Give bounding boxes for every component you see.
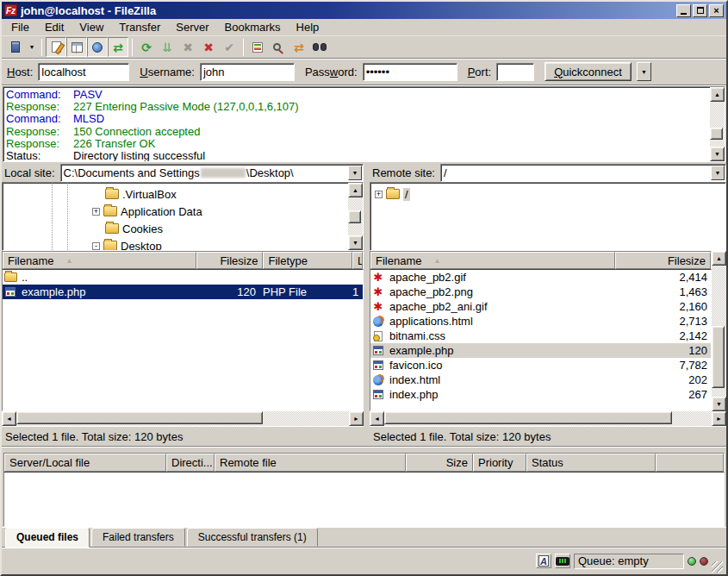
menu-edit[interactable]: Edit xyxy=(37,19,72,35)
file-row[interactable]: ✱apache_pb2_ani.gif2,160 xyxy=(370,299,711,314)
scroll-track[interactable] xyxy=(16,411,349,426)
queue-splitter[interactable] xyxy=(2,446,726,453)
toggle-remote-tree-button[interactable] xyxy=(87,37,108,57)
tab-failed-transfers[interactable]: Failed transfers xyxy=(91,528,185,547)
file-row-parent-dir[interactable]: .. xyxy=(3,270,363,285)
cancel-operation-button[interactable]: ✖ xyxy=(177,37,198,57)
column-header-filesize[interactable]: Filesize xyxy=(196,252,264,269)
tree-item-root[interactable]: +/ xyxy=(370,185,725,203)
tab-successful-transfers[interactable]: Successful transfers (1) xyxy=(187,528,318,547)
refresh-button[interactable]: ⟳ xyxy=(136,37,157,57)
panel-splitter[interactable] xyxy=(364,163,370,182)
column-header-filesize[interactable]: Filesize xyxy=(615,252,711,269)
speed-limit-indicator[interactable] xyxy=(555,554,570,568)
site-manager-button[interactable] xyxy=(5,37,26,57)
clear-queue-button[interactable]: ✔ xyxy=(219,37,240,57)
tree-item-virtualbox[interactable]: .VirtualBox xyxy=(3,185,348,203)
process-queue-button[interactable]: ⇊ xyxy=(157,37,177,57)
scroll-down-button[interactable]: ▼ xyxy=(712,397,726,411)
menu-transfer[interactable]: Transfer xyxy=(111,19,168,35)
username-input[interactable] xyxy=(200,63,295,81)
data-type-indicator[interactable]: A xyxy=(536,554,551,568)
scroll-thumb[interactable] xyxy=(348,210,361,223)
scroll-up-button[interactable]: ▲ xyxy=(710,87,725,102)
remote-hscrollbar[interactable]: ◄ ► xyxy=(370,411,726,426)
find-files-button[interactable] xyxy=(309,37,330,57)
site-manager-dropdown[interactable]: ▼ xyxy=(26,37,38,57)
quickconnect-dropdown[interactable]: ▼ xyxy=(637,62,651,81)
panel-splitter[interactable] xyxy=(364,251,370,446)
column-header-filename[interactable]: Filename▲ xyxy=(3,252,196,269)
minimize-button[interactable] xyxy=(676,4,691,17)
scroll-up-button[interactable]: ▲ xyxy=(712,251,726,266)
file-row[interactable]: index.php267 xyxy=(370,387,711,402)
panel-splitter[interactable] xyxy=(364,182,370,251)
file-row-example-php[interactable]: example.php 120 PHP File 1 xyxy=(3,285,363,299)
scroll-track[interactable] xyxy=(710,102,725,147)
password-input[interactable] xyxy=(363,63,457,81)
queue-column-priority[interactable]: Priority xyxy=(473,454,526,472)
queue-column-status[interactable]: Status xyxy=(526,454,656,472)
column-header-filename[interactable]: Filename▲ xyxy=(370,252,615,269)
resize-grip[interactable] xyxy=(712,561,723,573)
port-input[interactable] xyxy=(496,63,534,81)
collapse-minus-icon[interactable]: - xyxy=(92,242,100,250)
tree-item-application-data[interactable]: +Application Data xyxy=(3,203,348,220)
file-row[interactable]: favicon.ico7,782 xyxy=(370,358,711,373)
scroll-left-button[interactable]: ◄ xyxy=(2,411,16,426)
filter-button[interactable] xyxy=(247,37,268,57)
expand-plus-icon[interactable]: + xyxy=(92,208,100,216)
disconnect-button[interactable]: ✖ xyxy=(198,37,219,57)
toggle-queue-button[interactable]: ⇄ xyxy=(108,37,128,57)
file-row-selected[interactable]: example.php120 xyxy=(370,343,711,358)
combo-dropdown-button[interactable]: ▼ xyxy=(711,166,725,180)
synchronized-browsing-button[interactable]: ⇄ xyxy=(289,37,309,57)
scroll-thumb[interactable] xyxy=(710,128,723,140)
menu-bookmarks[interactable]: Bookmarks xyxy=(217,19,289,35)
local-hscrollbar[interactable]: ◄ ► xyxy=(2,411,364,426)
queue-list[interactable] xyxy=(3,472,725,527)
scroll-up-button[interactable]: ▲ xyxy=(348,183,363,197)
file-row[interactable]: applications.html2,713 xyxy=(370,314,711,329)
local-tree[interactable]: .VirtualBox +Application Data Cookies -D… xyxy=(2,182,364,251)
file-row[interactable]: ✱apache_pb2.gif2,414 xyxy=(370,270,711,285)
menu-file[interactable]: File xyxy=(3,19,37,35)
scroll-thumb[interactable] xyxy=(384,411,672,424)
scroll-right-button[interactable]: ► xyxy=(712,411,726,426)
queue-column-remote-file[interactable]: Remote file xyxy=(215,454,406,472)
toggle-message-log-button[interactable] xyxy=(46,37,66,57)
queue-column-server-local-file[interactable]: Server/Local file xyxy=(4,454,166,472)
scroll-thumb[interactable] xyxy=(16,411,263,424)
local-tree-scrollbar[interactable]: ▲ ▼ xyxy=(348,183,363,250)
local-file-list[interactable]: .. example.php 120 PHP File 1 xyxy=(2,269,364,411)
menu-view[interactable]: View xyxy=(72,19,111,35)
quickconnect-button[interactable]: Quickconnect xyxy=(544,62,632,81)
file-row[interactable]: index.html202 xyxy=(370,373,711,387)
tree-item-desktop[interactable]: -Desktop xyxy=(3,237,348,250)
menu-server[interactable]: Server xyxy=(168,19,216,35)
compare-directories-button[interactable] xyxy=(268,37,289,57)
expand-plus-icon[interactable]: + xyxy=(375,191,383,198)
remote-list-scrollbar[interactable]: ▲ ▼ xyxy=(712,251,726,411)
file-row[interactable]: bitnami.css2,142 xyxy=(370,329,711,343)
host-input[interactable] xyxy=(38,63,129,81)
maximize-button[interactable] xyxy=(693,4,707,17)
scroll-track[interactable] xyxy=(384,411,712,426)
message-log[interactable]: Command:PASV Response:227 Entering Passi… xyxy=(3,87,710,161)
remote-site-combo[interactable]: / ▼ xyxy=(440,164,726,182)
log-scrollbar[interactable]: ▲ ▼ xyxy=(710,87,725,161)
scroll-down-button[interactable]: ▼ xyxy=(348,235,363,250)
remote-tree[interactable]: +/ xyxy=(370,182,726,251)
tree-item-cookies[interactable]: Cookies xyxy=(3,220,348,237)
toggle-local-tree-button[interactable] xyxy=(66,37,87,57)
queue-column-size[interactable]: Size xyxy=(406,454,473,472)
combo-dropdown-button[interactable]: ▼ xyxy=(348,166,362,180)
local-site-combo[interactable]: C:\Documents and Settings\Desktop\ ▼ xyxy=(60,164,364,182)
scroll-thumb[interactable] xyxy=(712,326,725,388)
scroll-right-button[interactable]: ► xyxy=(349,411,364,426)
scroll-track[interactable] xyxy=(712,266,726,397)
scroll-track[interactable] xyxy=(348,197,363,235)
close-button[interactable]: × xyxy=(709,4,724,17)
menu-help[interactable]: Help xyxy=(289,19,327,35)
column-header-last-modified[interactable]: L xyxy=(352,252,363,269)
